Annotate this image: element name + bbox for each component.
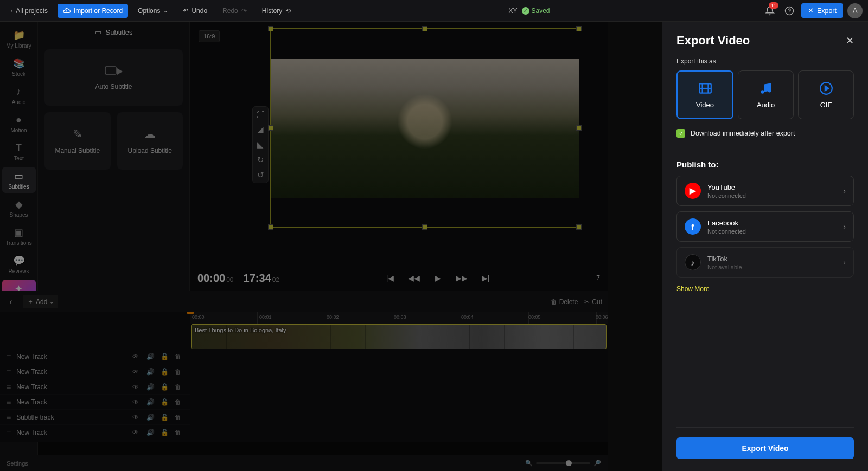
flip-v-tool[interactable]: ◣ xyxy=(253,137,268,152)
track-name[interactable]: New Track xyxy=(16,429,127,436)
rotate-cw-tool[interactable]: ↻ xyxy=(253,152,268,167)
skip-end-button[interactable]: ▶| xyxy=(478,271,493,285)
eye-icon[interactable]: 👁 xyxy=(132,383,141,391)
export-type-video[interactable]: Video xyxy=(676,70,733,119)
resize-handle[interactable] xyxy=(422,224,427,230)
trash-icon[interactable]: 🗑 xyxy=(175,368,183,376)
eye-icon[interactable]: 👁 xyxy=(132,398,141,406)
resize-handle[interactable] xyxy=(422,26,427,31)
resize-handle[interactable] xyxy=(268,26,273,31)
track-name[interactable]: New Track xyxy=(16,398,127,406)
download-after-row[interactable]: ✓ Download immediately after export xyxy=(676,129,854,138)
upload-subtitle-tile[interactable]: ☁ Upload Subtitle xyxy=(117,112,183,170)
trash-icon[interactable]: 🗑 xyxy=(175,353,183,360)
sidebar-item-shapes[interactable]: ◆Shapes xyxy=(2,195,36,221)
timeline-back-button[interactable]: ‹ xyxy=(5,297,16,307)
undo-button[interactable]: ↶ Undo xyxy=(177,4,213,18)
preview-frame[interactable] xyxy=(270,28,579,228)
play-button[interactable]: ▶ xyxy=(431,271,445,285)
lock-icon[interactable]: 🔓 xyxy=(161,353,169,360)
import-record-button[interactable]: Import or Record xyxy=(58,4,128,18)
timeline-add-button[interactable]: ＋ Add ⌄ xyxy=(23,295,58,308)
track-name[interactable]: Subtitle track xyxy=(16,414,127,421)
track-name[interactable]: New Track xyxy=(16,383,127,391)
export-type-audio[interactable]: Audio xyxy=(738,70,794,119)
lock-icon[interactable]: 🔓 xyxy=(161,429,169,436)
drag-icon[interactable]: ≡ xyxy=(7,398,11,407)
track-name[interactable]: New Track xyxy=(16,353,127,360)
zoom-slider-track[interactable] xyxy=(536,462,590,464)
resize-handle[interactable] xyxy=(576,224,582,230)
sidebar-item-library[interactable]: 📁My Library xyxy=(2,26,36,52)
history-button[interactable]: History ⟲ xyxy=(257,4,296,18)
manual-subtitle-tile[interactable]: ✎ Manual Subtitle xyxy=(44,112,111,170)
lock-icon[interactable]: 🔓 xyxy=(161,414,169,421)
mute-icon[interactable]: 🔊 xyxy=(146,353,155,360)
export-type-gif[interactable]: GIF xyxy=(798,70,854,119)
timeline-ruler[interactable]: 00:00 00:01 00:02 00:03 00:04 00:05 00:0… xyxy=(190,312,608,324)
drag-icon[interactable]: ≡ xyxy=(7,428,11,437)
zoom-in-icon[interactable]: 🔎 xyxy=(593,460,601,467)
playhead[interactable] xyxy=(190,312,190,442)
sidebar-item-text[interactable]: TText xyxy=(2,139,36,165)
resize-handle[interactable] xyxy=(576,26,582,31)
resize-handle[interactable] xyxy=(576,125,582,131)
publish-tiktok[interactable]: ♪ TikTok Not available › xyxy=(676,247,854,278)
sidebar-item-subtitles[interactable]: ▭Subtitles xyxy=(2,167,36,193)
help-button[interactable] xyxy=(782,3,797,18)
settings-button[interactable]: Settings xyxy=(7,460,28,467)
mute-icon[interactable]: 🔊 xyxy=(146,368,155,376)
drag-icon[interactable]: ≡ xyxy=(7,383,11,391)
drag-icon[interactable]: ≡ xyxy=(7,413,11,422)
export-video-button[interactable]: Export Video xyxy=(676,437,854,459)
trash-icon[interactable]: 🗑 xyxy=(175,398,183,406)
publish-facebook[interactable]: f Facebook Not connected › xyxy=(676,211,854,242)
sidebar-item-transitions[interactable]: ▣Transitions xyxy=(2,223,36,249)
fit-tool[interactable]: ⛶ xyxy=(253,107,268,122)
eye-icon[interactable]: 👁 xyxy=(132,429,141,436)
redo-button[interactable]: Redo ↷ xyxy=(217,4,252,18)
all-projects-button[interactable]: ‹ All projects xyxy=(5,4,53,18)
sidebar-item-audio[interactable]: ♪Audio xyxy=(2,82,36,108)
show-more-link[interactable]: Show More xyxy=(676,285,854,293)
sidebar-item-reviews[interactable]: 💬Reviews xyxy=(2,251,36,278)
resize-handle[interactable] xyxy=(268,224,273,230)
lock-icon[interactable]: 🔓 xyxy=(161,383,169,391)
zoom-thumb[interactable] xyxy=(566,460,572,466)
trash-icon[interactable]: 🗑 xyxy=(175,414,183,421)
video-clip[interactable]: Best Things to Do in Bologna, Italy xyxy=(191,324,607,349)
resize-handle[interactable] xyxy=(268,125,273,131)
rotate-ccw-tool[interactable]: ↺ xyxy=(253,167,268,183)
eye-icon[interactable]: 👁 xyxy=(132,414,141,421)
track-name[interactable]: New Track xyxy=(16,368,127,376)
aspect-badge[interactable]: 16:9 xyxy=(199,30,220,42)
sidebar-item-stock[interactable]: 📚Stock xyxy=(2,54,36,80)
checkbox-checked-icon[interactable]: ✓ xyxy=(676,129,685,138)
eye-icon[interactable]: 👁 xyxy=(132,353,141,360)
close-icon[interactable]: ✕ xyxy=(846,35,854,47)
trash-icon[interactable]: 🗑 xyxy=(175,429,183,436)
skip-start-button[interactable]: |◀ xyxy=(383,271,397,285)
eye-icon[interactable]: 👁 xyxy=(132,368,141,376)
options-button[interactable]: Options ⌄ xyxy=(132,4,173,18)
flip-h-tool[interactable]: ◢ xyxy=(253,122,268,137)
notifications-button[interactable]: 11 xyxy=(762,3,777,18)
mute-icon[interactable]: 🔊 xyxy=(146,383,155,391)
forward-button[interactable]: ▶▶ xyxy=(455,271,469,285)
export-button[interactable]: ✕ Export xyxy=(801,3,843,18)
zoom-out-icon[interactable]: 🔍 xyxy=(525,460,533,467)
timeline-delete-button[interactable]: 🗑 Delete xyxy=(551,298,578,306)
trash-icon[interactable]: 🗑 xyxy=(175,383,183,391)
mute-icon[interactable]: 🔊 xyxy=(146,414,155,421)
rewind-button[interactable]: ◀◀ xyxy=(407,271,421,285)
auto-subtitle-tile[interactable]: Auto Subtitle xyxy=(44,49,183,106)
drag-icon[interactable]: ≡ xyxy=(7,367,11,376)
lock-icon[interactable]: 🔓 xyxy=(161,368,169,376)
mute-icon[interactable]: 🔊 xyxy=(146,429,155,436)
drag-icon[interactable]: ≡ xyxy=(7,352,11,361)
mute-icon[interactable]: 🔊 xyxy=(146,398,155,406)
publish-youtube[interactable]: ▶ YouTube Not connected › xyxy=(676,176,854,206)
lock-icon[interactable]: 🔓 xyxy=(161,398,169,406)
sidebar-item-motion[interactable]: ●Motion xyxy=(2,111,36,137)
avatar[interactable]: A xyxy=(847,3,863,18)
